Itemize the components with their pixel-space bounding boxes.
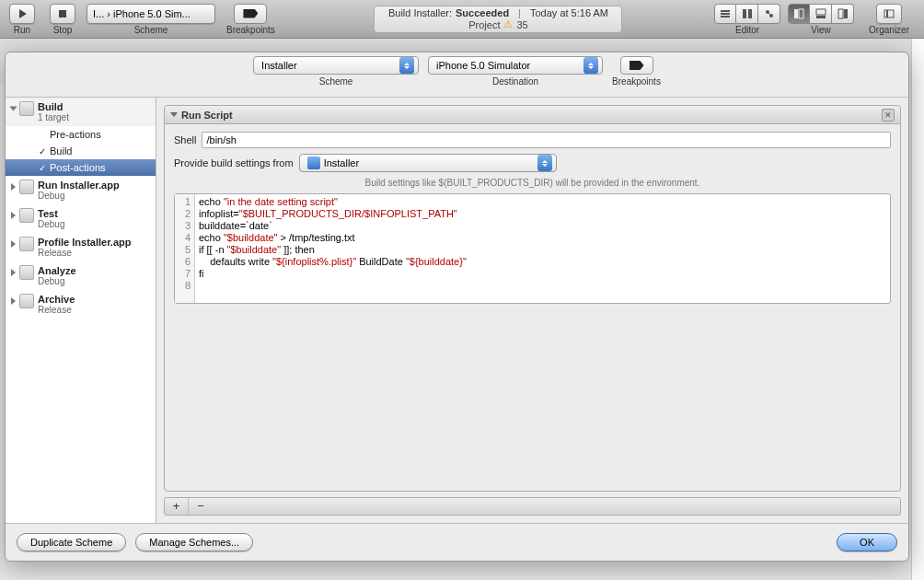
app-icon: [307, 157, 320, 169]
action-sidebar: Build 1 target Pre-actions Build Post-ac…: [6, 98, 156, 523]
sheet-breakpoints-button[interactable]: [620, 56, 653, 75]
archive-icon: [19, 294, 34, 308]
build-icon: [19, 101, 34, 116]
scheme-value: I... › iPhone 5.0 Sim...: [93, 8, 191, 19]
duplicate-scheme-button[interactable]: Duplicate Scheme: [17, 533, 126, 551]
svg-rect-10: [794, 9, 798, 18]
scheme-label: Scheme: [134, 25, 168, 35]
project-label: Project: [468, 19, 500, 30]
analyze-icon: [19, 265, 34, 280]
organizer-label: Organizer: [869, 25, 909, 35]
sidebar-item-analyze[interactable]: AnalyzeDebug: [6, 261, 156, 290]
warning-icon: ⚠: [503, 18, 513, 30]
run-label: Run: [14, 25, 30, 35]
view-label: View: [811, 25, 831, 35]
main-toolbar: Run Stop I... › iPhone 5.0 Sim... Scheme…: [0, 0, 924, 39]
editor-segment[interactable]: [714, 4, 780, 24]
disclosure-icon: [11, 297, 16, 305]
status-result: Succeeded: [456, 7, 509, 18]
svg-rect-17: [886, 10, 888, 17]
svg-rect-3: [721, 13, 730, 15]
view-segment[interactable]: [788, 4, 854, 24]
sidebar-item-profile[interactable]: Profile Installer.appRelease: [6, 233, 156, 261]
disclosure-down-icon: [170, 112, 178, 117]
line-gutter: 12345678: [175, 194, 195, 303]
svg-rect-4: [721, 16, 730, 17]
main-panel: Run Script ✕ Shell Provide build setting…: [156, 98, 908, 523]
stop-label: Stop: [53, 25, 73, 35]
sidebar-item-run[interactable]: Run Installer.appDebug: [6, 176, 156, 204]
sheet-destination-label: Destination: [492, 76, 538, 87]
provide-combo[interactable]: Installer: [299, 154, 557, 172]
activity-status: Build Installer: Succeeded | Today at 5:…: [374, 6, 622, 33]
provide-value: Installer: [324, 157, 360, 168]
add-button[interactable]: +: [165, 498, 189, 515]
svg-line-9: [768, 12, 771, 16]
svg-rect-12: [816, 9, 826, 15]
disclosure-icon: [11, 212, 16, 219]
script-editor[interactable]: 12345678 echo "in the date setting scrip…: [174, 193, 891, 304]
status-time: Today at 5:16 AM: [530, 7, 608, 18]
add-remove-bar: + −: [164, 497, 901, 516]
disclosure-icon: [11, 240, 16, 248]
updown-icon: [583, 57, 598, 74]
panel-header[interactable]: Run Script ✕: [165, 106, 900, 124]
breakpoints-label: Breakpoints: [226, 25, 275, 35]
sidebar-item-archive[interactable]: ArchiveRelease: [6, 290, 156, 319]
disclosure-icon: [11, 183, 16, 191]
svg-rect-14: [838, 9, 843, 18]
svg-marker-0: [19, 9, 27, 18]
disclosure-icon: [10, 107, 17, 111]
manage-schemes-button[interactable]: Manage Schemes...: [135, 533, 253, 551]
status-prefix: Build Installer:: [388, 7, 452, 18]
sheet-scheme-label: Scheme: [319, 76, 353, 87]
sheet-scheme-combo[interactable]: Installer: [253, 56, 419, 75]
hint-text: Build settings like $(BUILT_PRODUCTS_DIR…: [174, 178, 891, 188]
build-title: Build: [38, 101, 69, 112]
profile-icon: [19, 237, 34, 251]
build-sub: 1 target: [38, 112, 69, 122]
breakpoint-icon: [243, 9, 258, 18]
run-button[interactable]: Run: [2, 0, 42, 38]
panel-title: Run Script: [181, 110, 878, 121]
svg-rect-2: [721, 10, 730, 12]
sidebar-item-test[interactable]: TestDebug: [6, 204, 156, 233]
svg-rect-16: [884, 10, 894, 17]
sheet-destination-value: iPhone 5.0 Simulator: [436, 60, 530, 71]
sidebar-sub-preactions[interactable]: Pre-actions: [6, 126, 156, 143]
updown-icon: [537, 155, 552, 171]
scheme-editor-sheet: Installer Scheme iPhone 5.0 Simulator De…: [5, 52, 909, 562]
sidebar-sub-build[interactable]: Build: [6, 143, 156, 159]
breakpoint-icon: [629, 61, 644, 70]
sheet-footer: Duplicate Scheme Manage Schemes... OK: [6, 524, 908, 561]
disclosure-icon: [11, 269, 16, 276]
remove-button[interactable]: −: [189, 498, 213, 515]
svg-rect-6: [748, 9, 752, 18]
svg-rect-1: [59, 10, 66, 17]
code-content[interactable]: echo "in the date setting script" infopl…: [195, 194, 470, 303]
ok-button[interactable]: OK: [837, 533, 897, 551]
editor-label: Editor: [735, 25, 759, 35]
check-icon: [39, 145, 46, 157]
svg-rect-11: [799, 9, 803, 18]
shell-input[interactable]: [202, 132, 891, 148]
stop-button[interactable]: Stop: [42, 0, 83, 38]
sheet-scheme-value: Installer: [261, 60, 297, 71]
sheet-breakpoints-label: Breakpoints: [612, 76, 661, 87]
breakpoints-button[interactable]: [234, 4, 267, 24]
run-icon: [19, 180, 34, 194]
test-icon: [19, 208, 34, 223]
scheme-selector[interactable]: I... › iPhone 5.0 Sim...: [87, 4, 215, 24]
sheet-destination-combo[interactable]: iPhone 5.0 Simulator: [428, 56, 603, 75]
warning-count: 35: [516, 19, 527, 30]
svg-rect-5: [743, 9, 746, 18]
provide-label: Provide build settings from: [174, 157, 294, 168]
shell-label: Shell: [174, 134, 196, 145]
sidebar-item-build[interactable]: Build 1 target: [6, 98, 156, 126]
close-icon[interactable]: ✕: [882, 109, 895, 122]
organizer-button[interactable]: Organizer: [861, 4, 917, 35]
sidebar-sub-postactions[interactable]: Post-actions: [6, 159, 156, 176]
check-icon: [39, 162, 46, 173]
updown-icon: [399, 57, 414, 74]
svg-rect-13: [816, 16, 826, 18]
